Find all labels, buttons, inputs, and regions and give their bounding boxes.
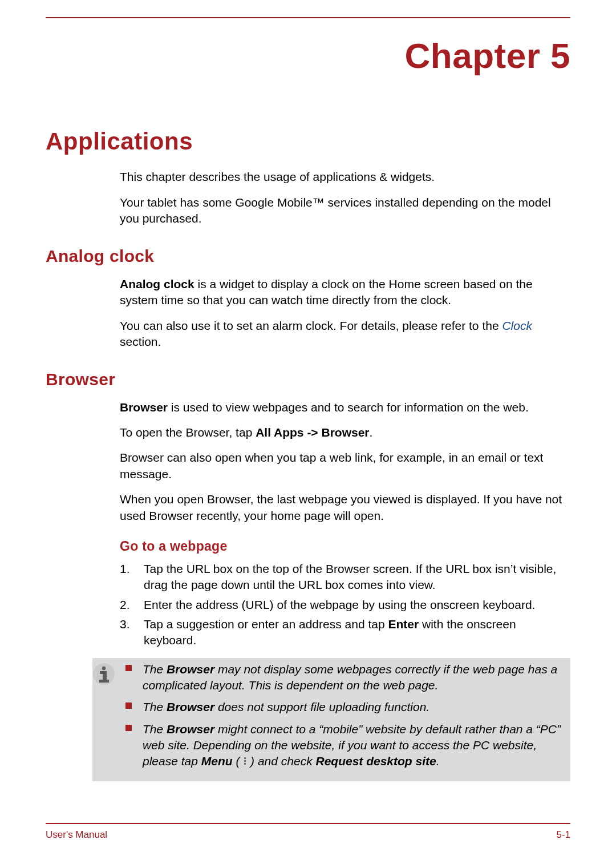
footer-left: User's Manual [46, 829, 107, 842]
browser-para-2: To open the Browser, tap All Apps -> Bro… [120, 425, 570, 441]
info-icon [92, 663, 120, 685]
browser-lead: Browser [120, 401, 168, 414]
svg-rect-7 [244, 763, 246, 765]
note-item-3: The Browser might connect to a “mobile” … [125, 721, 562, 770]
footer-row: User's Manual 5-1 [46, 829, 570, 842]
intro-block: This chapter describes the usage of appl… [120, 169, 570, 227]
goto-steps: Tap the URL box on the top of the Browse… [120, 561, 570, 649]
goto-step-1: Tap the URL box on the top of the Browse… [120, 561, 570, 594]
svg-rect-6 [244, 760, 246, 762]
note-list: The Browser may not display some webpage… [125, 661, 562, 776]
browser-p2-bold: All Apps -> Browser [256, 426, 369, 439]
n1-bold: Browser [167, 663, 214, 676]
subsection-browser: Browser [46, 368, 570, 391]
svg-rect-5 [244, 757, 246, 759]
footer-right: 5-1 [556, 829, 570, 842]
intro-para-1: This chapter describes the usage of appl… [120, 169, 570, 185]
footer: User's Manual 5-1 [46, 823, 570, 842]
analog-clock-para-2: You can also use it to set an alarm cloc… [120, 318, 570, 350]
n3-bold2: Menu [201, 754, 233, 768]
analog-clock-para-1: Analog clock is a widget to display a cl… [120, 276, 570, 309]
page: Chapter 5 Applications This chapter desc… [0, 0, 616, 781]
section-heading-applications: Applications [46, 126, 570, 158]
n3-bold1: Browser [167, 722, 214, 736]
n2-post: does not support file uploading function… [214, 700, 429, 713]
subsubsection-go-to-webpage: Go to a webpage [120, 538, 570, 555]
browser-para-1: Browser is used to view webpages and to … [120, 399, 570, 415]
goto-step3-bold: Enter [388, 617, 419, 631]
footer-rule [46, 823, 570, 824]
goto-step-3: Tap a suggestion or enter an address and… [120, 616, 570, 649]
svg-rect-4 [99, 680, 109, 683]
intro-para-2: Your tablet has some Google Mobile™ serv… [120, 195, 570, 227]
n1-pre: The [143, 663, 167, 676]
note-item-1: The Browser may not display some webpage… [125, 661, 562, 694]
n2-pre: The [143, 700, 167, 713]
clock-link[interactable]: Clock [502, 319, 532, 332]
subsection-analog-clock: Analog clock [46, 245, 570, 268]
browser-block: Browser is used to view webpages and to … [120, 399, 570, 524]
browser-para-4: When you open Browser, the last webpage … [120, 491, 570, 524]
svg-point-1 [102, 666, 106, 669]
analog-clock-lead: Analog clock [120, 277, 194, 290]
note-block: The Browser may not display some webpage… [92, 658, 570, 781]
n3-pre: The [143, 722, 167, 736]
browser-para-3: Browser can also open when you tap a web… [120, 450, 570, 482]
analog-clock-p2-pre: You can also use it to set an alarm cloc… [120, 319, 502, 332]
n3-bold3: Request desktop site [315, 754, 436, 768]
top-rule [46, 17, 570, 18]
note-item-2: The Browser does not support file upload… [125, 699, 562, 715]
chapter-title: Chapter 5 [46, 32, 570, 80]
n3-mid2: ( [233, 754, 244, 768]
n3-post: . [436, 754, 440, 768]
goto-step-2: Enter the address (URL) of the webpage b… [120, 597, 570, 613]
goto-step3-pre: Tap a suggestion or enter an address and… [144, 617, 388, 631]
analog-clock-p2-post: section. [120, 335, 161, 348]
browser-p2-pre: To open the Browser, tap [120, 426, 256, 439]
browser-rest: is used to view webpages and to search f… [168, 401, 529, 414]
n2-bold: Browser [167, 700, 214, 713]
analog-clock-block: Analog clock is a widget to display a cl… [120, 276, 570, 350]
browser-p2-post: . [370, 426, 373, 439]
n3-mid3: ) and check [247, 754, 315, 768]
